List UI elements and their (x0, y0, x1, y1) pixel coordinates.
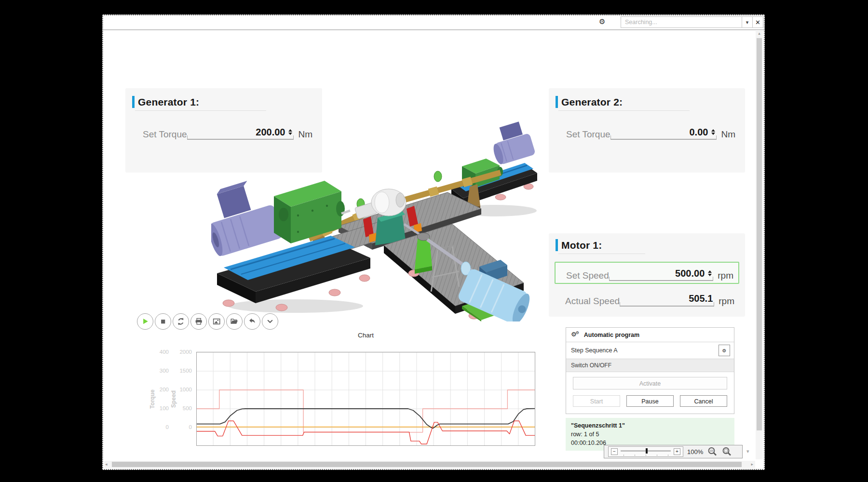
zoombar-expand-caret[interactable]: ▾ (746, 448, 749, 455)
generator2-title: Generator 2: (561, 96, 623, 108)
motor1-title-row: Motor 1: (549, 233, 745, 251)
app-window: ⚙ ▾ ✕ Generator 1: Set Torque 200.00 Nm … (102, 14, 765, 470)
sequence-row[interactable]: Step Sequence A ⚙ (566, 342, 734, 359)
accent-bar (556, 96, 558, 108)
set-speed-unit: rpm (718, 270, 733, 281)
speed-tick-label: 1500 (171, 368, 192, 374)
speed-tick-label: 2000 (171, 349, 192, 355)
zoom-bar: − + 100% 100 (604, 445, 743, 458)
actual-speed-label: Actual Speed (565, 296, 620, 307)
scroll-right-arrow[interactable]: ▸ (751, 462, 753, 467)
motor1-unit (384, 224, 533, 321)
zoom-slider-thumb[interactable] (646, 448, 648, 454)
speed-tick-label: 0 (171, 424, 192, 430)
motor1-actual-speed-readout: 505.1 (620, 292, 714, 307)
motor1-actual-speed-value: 505.1 (689, 293, 713, 304)
zoom-out-button[interactable]: − (611, 448, 618, 455)
generator1-unit (211, 175, 370, 313)
generator1-title: Generator 1: (138, 96, 199, 108)
set-speed-row-highlighted: Set Speed 500.00 rpm (555, 262, 739, 284)
set-speed-label: Set Speed (566, 271, 609, 281)
title-underline (558, 254, 645, 254)
settings-gear-icon[interactable]: ⚙ (599, 17, 605, 26)
close-button[interactable]: ✕ (753, 16, 763, 28)
zoom-slider[interactable] (621, 448, 671, 455)
generator2-title-row: Generator 2: (549, 88, 745, 108)
title-underline (558, 110, 690, 111)
vertical-scroll-thumb[interactable] (757, 38, 762, 430)
horizontal-scroll-thumb[interactable] (112, 462, 742, 467)
motor1-set-speed-input[interactable]: 500.00 (609, 267, 714, 281)
sequence-settings-button[interactable]: ⚙ (719, 345, 730, 356)
vertical-scrollbar[interactable]: ▴ (756, 30, 763, 459)
search-input[interactable] (621, 16, 742, 28)
generator1-title-row: Generator 1: (125, 88, 322, 108)
torque-tick-label: 100 (149, 405, 169, 411)
zoom-level: 100% (687, 448, 703, 455)
zoom-in-button[interactable]: + (674, 448, 680, 455)
actual-speed-unit: rpm (719, 296, 734, 307)
switch-section-label: Switch ON/OFF (566, 359, 734, 372)
actual-speed-row: Actual Speed 505.1 rpm (565, 292, 734, 307)
svg-text:100: 100 (710, 449, 714, 452)
accent-bar (556, 239, 558, 251)
program-header-label: Automatic program (584, 332, 639, 338)
torque-tick-label: 200 (149, 387, 169, 392)
status-step-name: "Sequenzschritt 1" (571, 421, 729, 430)
spinner-control[interactable] (711, 129, 715, 135)
scroll-left-arrow[interactable]: ◂ (105, 462, 108, 467)
chart-plot (196, 352, 535, 446)
zoom-100-button[interactable]: 100 (707, 446, 718, 457)
scroll-up-arrow[interactable]: ▴ (756, 31, 763, 36)
gen2-set-torque-input[interactable]: 0.00 (610, 125, 717, 140)
torque-tick-label: 0 (149, 424, 169, 430)
motor1-panel: Motor 1: Set Speed 500.00 rpm Actual Spe… (549, 233, 745, 317)
torque-tick-label: 300 (149, 368, 169, 374)
gen2-set-torque-value[interactable]: 0.00 (690, 127, 708, 138)
automatic-program-panel: ⚙⚙ Automatic program Step Sequence A ⚙ S… (566, 327, 734, 439)
set-torque-label: Set Torque (143, 130, 187, 140)
speed-tick-label: 1000 (171, 387, 192, 392)
status-row-count: row: 1 of 5 (571, 430, 729, 439)
accent-bar (132, 96, 135, 108)
zoom-slider-box: − + (608, 446, 683, 457)
pause-button[interactable]: Pause (626, 395, 674, 407)
set-torque-row: Set Torque 0.00 Nm (566, 125, 735, 140)
search-dropdown-button[interactable]: ▾ (742, 16, 753, 28)
program-controls: Activate Start Pause Cancel (566, 372, 734, 414)
cancel-button[interactable]: Cancel (680, 395, 727, 407)
chart-area: Chart Torque Speed 4003002001000 2000150… (149, 322, 542, 450)
torque-tick-label: 400 (149, 349, 169, 355)
set-torque-label: Set Torque (566, 130, 610, 140)
start-button[interactable]: Start (573, 395, 620, 407)
title-bar: ⚙ ▾ ✕ (103, 15, 764, 30)
speed-axis-ticks: 2000150010005000 (171, 322, 192, 450)
gears-icon: ⚙⚙ (571, 331, 580, 338)
generator2-panel: Generator 2: Set Torque 0.00 Nm (549, 88, 745, 173)
activate-button[interactable]: Activate (573, 377, 727, 389)
set-torque-unit: Nm (721, 129, 735, 140)
horizontal-scrollbar[interactable]: ◂ ▸ (104, 461, 755, 468)
search-group: ▾ ✕ (621, 16, 763, 28)
play-icon (141, 317, 149, 326)
sequence-name: Step Sequence A (571, 347, 719, 354)
motor1-set-speed-value[interactable]: 500.00 (675, 268, 705, 279)
spinner-control[interactable] (708, 270, 712, 276)
torque-axis-ticks: 4003002001000 (149, 322, 169, 450)
machine-3d-view[interactable] (211, 114, 537, 321)
title-underline (135, 110, 266, 111)
speed-tick-label: 500 (171, 405, 192, 411)
program-header: ⚙⚙ Automatic program (566, 328, 734, 342)
motor1-title: Motor 1: (561, 240, 602, 251)
zoom-fit-button[interactable] (721, 446, 732, 457)
chart-title: Chart (196, 332, 535, 339)
